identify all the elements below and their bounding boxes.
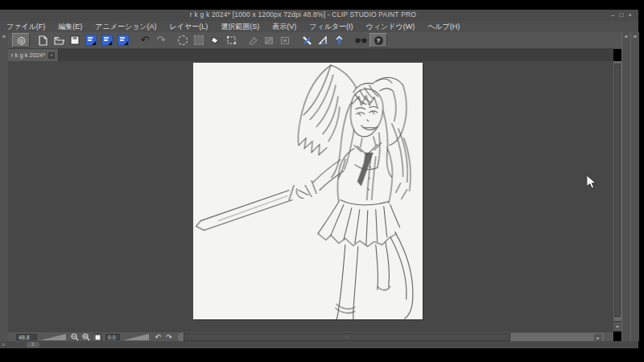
document-tab-label: r k g k 2024* — [11, 51, 45, 59]
cloud-save-icon — [118, 35, 129, 46]
window-controls: – □ × — [611, 10, 632, 21]
clip-studio-paint-window: r k g k 2024* [1000 x 1200px 72dpi 48.8%… — [0, 0, 644, 362]
erase-outside-button[interactable] — [262, 34, 276, 47]
zoom-value-field[interactable]: 48.8 — [16, 334, 37, 340]
rotation-slider[interactable] — [123, 334, 149, 340]
toolbar-separator — [293, 34, 299, 47]
toolbar-separator — [347, 34, 353, 47]
cloud-new-icon — [85, 35, 97, 46]
toolbar-separator — [131, 34, 137, 47]
rotate-left-button[interactable]: ↶ — [153, 333, 163, 342]
expand-right-palette-2-button[interactable]: « — [631, 32, 639, 42]
invert-selection-button[interactable] — [192, 34, 206, 47]
invert-selection-icon — [194, 35, 204, 45]
right-collapsed-palette-2: « — [630, 32, 639, 341]
rotation-value-field[interactable]: 0.0 — [105, 334, 120, 340]
toolbar-separator — [239, 34, 245, 47]
toolbar-spacer — [8, 34, 11, 47]
clip-studio-button[interactable]: ◎ — [12, 33, 30, 47]
glasses-icon — [355, 37, 367, 44]
transform-button[interactable] — [224, 34, 238, 47]
minimize-button[interactable]: – — [611, 11, 614, 19]
menu-edit[interactable]: 編集(E) — [52, 22, 89, 32]
rotate-right-button[interactable]: ↷ — [164, 333, 174, 342]
eraser-icon — [248, 36, 258, 45]
snap-ruler-icon — [302, 35, 312, 46]
document-tab[interactable]: r k g k 2024* × — [8, 49, 59, 61]
paint-bucket-icon — [210, 35, 221, 45]
transform-icon — [226, 35, 237, 45]
deselect-button[interactable] — [175, 34, 190, 47]
menu-file[interactable]: ファイル(F) — [0, 22, 52, 32]
cloud-open-icon — [101, 35, 113, 46]
zoom-in-button[interactable] — [81, 333, 91, 342]
cloud-open-button[interactable] — [100, 34, 114, 47]
new-file-icon — [39, 35, 47, 46]
canvas-sketch — [193, 63, 423, 319]
menu-help[interactable]: ヘルプ(H) — [421, 22, 466, 32]
menu-view[interactable]: 表示(V) — [266, 22, 303, 32]
fill-button[interactable] — [208, 34, 222, 47]
maximize-button[interactable]: □ — [619, 11, 623, 19]
undo-icon: ↶ — [141, 35, 150, 45]
redo-button[interactable]: ↷ — [154, 34, 168, 47]
open-file-button[interactable] — [52, 34, 66, 47]
canvas-area[interactable] — [8, 61, 613, 331]
bottom-collapsed-palette: ≡ ≡ — [0, 341, 638, 348]
zoom-out-icon — [71, 333, 79, 341]
snap-to-grid-button[interactable] — [332, 34, 346, 47]
erase-outside-icon — [264, 36, 274, 45]
window-title: r k g k 2024* [1000 x 1200px 72dpi 48.8%… — [0, 10, 606, 19]
open-folder-icon — [54, 36, 64, 45]
horizontal-scrollbar[interactable]: ∷ ▸ — [179, 333, 604, 341]
fit-to-screen-button[interactable] — [93, 333, 102, 342]
menu-layer[interactable]: レイヤー(L) — [163, 22, 215, 32]
eraser-button[interactable] — [246, 34, 260, 47]
fit-screen-icon — [94, 334, 101, 341]
vertical-scrollbar[interactable]: ▾ — [613, 61, 621, 331]
resize-icon — [280, 36, 290, 45]
menu-filter[interactable]: フィルター(I) — [303, 22, 359, 32]
deselect-icon — [178, 35, 188, 45]
title-bar: r k g k 2024* [1000 x 1200px 72dpi 48.8%… — [0, 10, 638, 22]
snap-to-special-ruler-button[interactable] — [316, 34, 330, 47]
snap-special-ruler-icon — [318, 35, 328, 45]
right-collapsed-palette-1: « — [621, 32, 630, 341]
zoom-out-button[interactable] — [70, 333, 80, 342]
bottom-corner-icon: ≡ — [2, 341, 5, 348]
horizontal-scrollbar-thumb[interactable]: ∷ — [184, 333, 510, 341]
zoom-in-icon — [82, 333, 90, 341]
menu-animation[interactable]: アニメーション(A) — [89, 22, 163, 32]
save-button[interactable] — [68, 34, 82, 47]
toolbar-spacer — [31, 34, 35, 47]
menu-selection[interactable]: 選択範囲(S) — [214, 22, 266, 32]
clip-studio-icon: ◎ — [16, 35, 27, 46]
toolbar-separator — [169, 34, 175, 47]
cloud-new-button[interactable] — [84, 34, 98, 47]
vertical-scrollbar-thumb[interactable] — [614, 64, 621, 317]
command-bar: ◎ ↶ — [8, 32, 638, 49]
redo-icon: ↷ — [157, 35, 166, 45]
help-icon: ? — [374, 36, 383, 45]
mouse-cursor — [587, 175, 597, 189]
close-button[interactable]: × — [628, 11, 632, 19]
zoom-slider[interactable] — [40, 334, 66, 340]
save-icon — [70, 35, 80, 45]
resize-canvas-button[interactable] — [278, 34, 292, 47]
menu-bar: ファイル(F) 編集(E) アニメーション(A) レイヤー(L) 選択範囲(S)… — [0, 21, 638, 33]
document-tab-bar: r k g k 2024* × — [8, 48, 613, 62]
scroll-down-icon[interactable]: ▾ — [613, 321, 621, 331]
expand-left-palette-button[interactable]: » — [0, 32, 8, 42]
undo-button[interactable]: ↶ — [138, 34, 152, 47]
expand-right-palette-1-button[interactable]: « — [622, 32, 630, 42]
palette-drawer-handle[interactable]: ≡ — [27, 342, 39, 348]
cloud-save-button[interactable] — [116, 34, 130, 47]
snap-grid-icon — [335, 35, 344, 46]
new-canvas-button[interactable] — [35, 34, 50, 47]
open-clip-studio-button[interactable] — [353, 34, 368, 47]
help-button[interactable]: ? — [369, 33, 387, 47]
menu-window[interactable]: ウィンドウ(W) — [360, 22, 422, 32]
snap-to-ruler-button[interactable] — [299, 34, 314, 47]
canvas-page[interactable] — [193, 63, 423, 319]
tab-close-icon[interactable]: × — [48, 52, 55, 59]
